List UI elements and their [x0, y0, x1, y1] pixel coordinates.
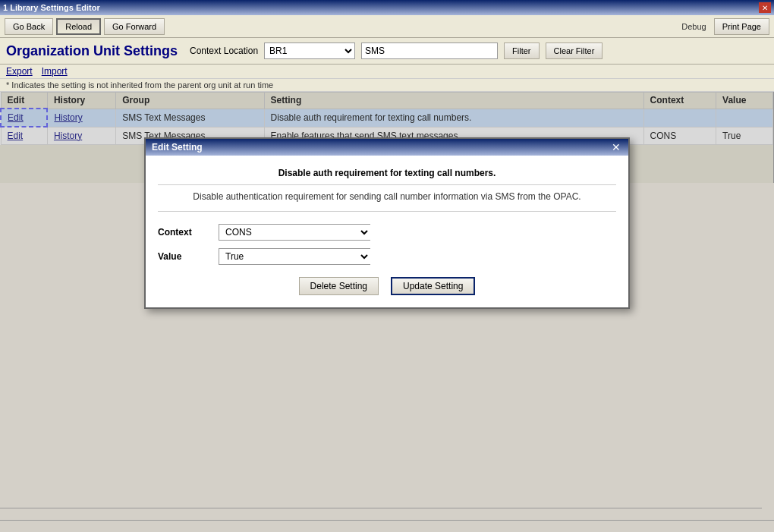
page-title: Organization Unit Settings [6, 43, 178, 59]
value-select-wrapper: True False [219, 248, 370, 265]
title-bar: 1 Library Settings Editor ✕ [0, 0, 774, 15]
print-page-button[interactable]: Print Page [714, 18, 769, 35]
title-bar-title: 1 Library Settings Editor [3, 3, 100, 12]
notice-text: * Indicates the setting is not inherited… [0, 79, 774, 92]
value-select[interactable]: True False [219, 248, 370, 265]
dialog-setting-title: Disable auth requirement for texting cal… [158, 168, 616, 185]
filter-input[interactable] [361, 42, 498, 59]
go-forward-button[interactable]: Go Forward [104, 18, 165, 35]
toolbar: Go Back Reload Go Forward Debug Print Pa… [0, 15, 774, 38]
export-import-row: Export Import [0, 65, 774, 79]
clear-filter-button[interactable]: Clear Filter [546, 42, 603, 59]
page-header: Organization Unit Settings Context Locat… [0, 38, 774, 65]
bottom-bar [0, 520, 774, 532]
update-setting-button[interactable]: Update Setting [391, 277, 475, 295]
close-button[interactable]: ✕ [759, 2, 771, 13]
context-select[interactable]: CONS BR1 BR2 [219, 224, 370, 241]
debug-label: Debug [681, 22, 706, 31]
dialog-close-button[interactable]: ✕ [610, 142, 622, 153]
modal-overlay: Edit Setting ✕ Disable auth requirement … [0, 92, 774, 183]
dialog-content: Disable auth requirement for texting cal… [146, 156, 628, 307]
value-field-row: Value True False [158, 248, 616, 265]
delete-setting-button[interactable]: Delete Setting [299, 277, 379, 295]
filter-button[interactable]: Filter [504, 42, 539, 59]
context-field-row: Context CONS BR1 BR2 [158, 224, 616, 241]
main-content: Edit History Group Setting Context Value… [0, 92, 774, 183]
horizontal-scrollbar[interactable] [0, 508, 762, 520]
import-link[interactable]: Import [42, 66, 68, 77]
dialog-description: Disable authentication requirement for s… [158, 191, 616, 212]
reload-button[interactable]: Reload [56, 18, 101, 35]
dialog-titlebar: Edit Setting ✕ [146, 139, 628, 156]
context-location-select[interactable]: BR1 [264, 42, 355, 59]
value-field-label: Value [158, 251, 219, 262]
go-back-button[interactable]: Go Back [5, 18, 53, 35]
context-select-wrapper: CONS BR1 BR2 [219, 224, 370, 241]
context-field-label: Context [158, 227, 219, 238]
dialog-title: Edit Setting [152, 142, 203, 153]
export-link[interactable]: Export [6, 66, 33, 77]
context-location-label: Context Location [190, 46, 258, 56]
dialog-buttons: Delete Setting Update Setting [158, 277, 616, 295]
edit-dialog: Edit Setting ✕ Disable auth requirement … [144, 137, 630, 309]
